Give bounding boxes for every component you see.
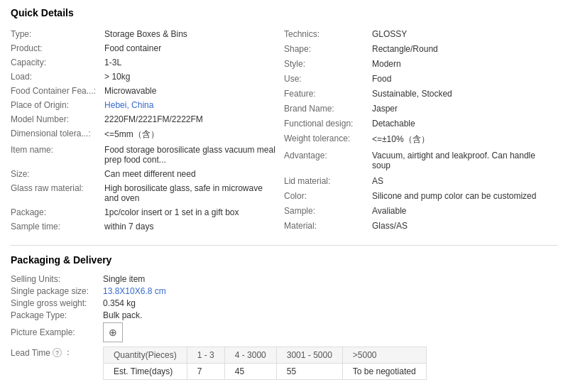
detail-value: 1pc/color insert or 1 set in a gift box xyxy=(102,205,284,219)
detail-value: > 10kg xyxy=(102,70,284,84)
detail-label: Style: xyxy=(284,57,369,72)
table-row: Brand Name: Jasper xyxy=(284,102,557,116)
detail-label: Brand Name: xyxy=(284,102,369,116)
detail-label: Product: xyxy=(11,41,102,55)
table-row: 45 xyxy=(224,364,276,380)
detail-label: Material: xyxy=(284,219,369,234)
detail-value: 1-3L xyxy=(102,55,284,70)
lead-time-help-icon[interactable]: ? xyxy=(53,348,62,357)
quick-details-section: Quick Details Type: Storage Boxes & Bins… xyxy=(11,7,557,234)
detail-label: Feature: xyxy=(284,87,369,102)
table-header: >5000 xyxy=(342,347,426,364)
pkg-value: Single item xyxy=(103,274,145,284)
detail-label: Use: xyxy=(284,72,369,87)
detail-label: Type: xyxy=(11,27,102,41)
lead-time-label: Lead Time ?： xyxy=(11,347,103,359)
lead-time-table: Quantity(Pieces)1 - 34 - 30003001 - 5000… xyxy=(103,347,427,380)
table-row: Technics: GLOSSY xyxy=(284,27,557,42)
lead-time-table-wrapper: Quantity(Pieces)1 - 34 - 30003001 - 5000… xyxy=(103,347,427,380)
table-row: Feature: Sustainable, Stocked xyxy=(284,87,557,102)
detail-value: Glass/AS xyxy=(369,219,557,234)
detail-value: AS xyxy=(369,174,557,189)
table-header: 3001 - 5000 xyxy=(276,347,342,364)
pkg-label: Selling Units: xyxy=(11,274,103,284)
table-header: 4 - 3000 xyxy=(224,347,276,364)
table-row: Material: Glass/AS xyxy=(284,219,557,234)
table-row: Sample time: within 7 days xyxy=(11,219,284,234)
table-row: Use: Food xyxy=(284,72,557,87)
table-header: 1 - 3 xyxy=(187,347,224,364)
detail-value: 2220FM/2221FM/2222FM xyxy=(102,112,284,126)
picture-example-label: Picture Example: xyxy=(11,327,103,337)
table-row: Place of Origin: Hebei, China xyxy=(11,98,284,112)
list-item: Package Type: Bulk pack. xyxy=(11,310,557,320)
section-divider xyxy=(11,245,557,246)
pkg-value: Bulk pack. xyxy=(103,310,142,320)
table-row: Type: Storage Boxes & Bins xyxy=(11,27,284,41)
details-right-col: Technics: GLOSSY Shape: Rectangle/Round … xyxy=(284,27,557,234)
table-row: Shape: Rectangle/Round xyxy=(284,42,557,57)
detail-value: Hebei, China xyxy=(102,98,284,112)
table-row: Product: Food container xyxy=(11,41,284,55)
detail-value: Silicone and pump color can be customize… xyxy=(369,189,557,204)
table-row: Advantage: Vacuum, airtight and leakproo… xyxy=(284,148,557,174)
table-row: Style: Modern xyxy=(284,57,557,72)
detail-label: Glass raw material: xyxy=(11,181,102,205)
detail-label: Shape: xyxy=(284,42,369,57)
pkg-label: Single package size: xyxy=(11,286,103,296)
detail-value: within 7 days xyxy=(102,219,284,234)
detail-label: Place of Origin: xyxy=(11,98,102,112)
detail-label: Lid material: xyxy=(284,174,369,189)
packaging-section: Packaging & Delivery Selling Units: Sing… xyxy=(11,254,557,380)
table-row: Est. Time(days) xyxy=(104,364,187,380)
detail-label: Capacity: xyxy=(11,55,102,70)
detail-label: Sample time: xyxy=(11,219,102,234)
detail-value: Storage Boxes & Bins xyxy=(102,27,284,41)
table-row: Dimensional tolera...: <=5mm（含） xyxy=(11,126,284,143)
table-row: Lid material: AS xyxy=(284,174,557,189)
pkg-label: Package Type: xyxy=(11,310,103,320)
list-item: Single package size: 13.8X10X6.8 cm xyxy=(11,286,557,296)
detail-value: Food container xyxy=(102,41,284,55)
detail-label: Dimensional tolera...: xyxy=(11,126,102,143)
detail-label: Color: xyxy=(284,189,369,204)
table-row: 7 xyxy=(187,364,224,380)
detail-label: Food Container Fea...: xyxy=(11,84,102,98)
table-header: Quantity(Pieces) xyxy=(104,347,187,364)
list-item: Single gross weight: 0.354 kg xyxy=(11,298,557,308)
detail-label: Size: xyxy=(11,167,102,181)
pkg-value: 0.354 kg xyxy=(103,298,136,308)
table-row: Model Number: 2220FM/2221FM/2222FM xyxy=(11,112,284,126)
detail-value: Can meet different need xyxy=(102,167,284,181)
detail-label: Technics: xyxy=(284,27,369,42)
detail-value: High borosilicate glass, safe in microwa… xyxy=(102,181,284,205)
packaging-title: Packaging & Delivery xyxy=(11,254,557,268)
table-row: To be negotiated xyxy=(342,364,426,380)
table-row: Load: > 10kg xyxy=(11,70,284,84)
details-left-col: Type: Storage Boxes & Bins Product: Food… xyxy=(11,27,284,234)
detail-value: <=5mm（含） xyxy=(102,126,284,143)
detail-value: <=±10%（含） xyxy=(369,131,557,148)
picture-example-row: Picture Example: ⊕ xyxy=(11,322,557,342)
table-row: Functional design: Detachable xyxy=(284,116,557,131)
table-row: 55 xyxy=(276,364,342,380)
detail-value: GLOSSY xyxy=(369,27,557,42)
table-row: Sample: Avaliable xyxy=(284,204,557,219)
detail-label: Package: xyxy=(11,205,102,219)
detail-value: Food storage borosilicate glass vacuum m… xyxy=(102,143,284,167)
details-grid: Type: Storage Boxes & Bins Product: Food… xyxy=(11,27,557,234)
detail-label: Weight tolerance: xyxy=(284,131,369,148)
detail-value: Microwavable xyxy=(102,84,284,98)
table-row: Capacity: 1-3L xyxy=(11,55,284,70)
detail-value: Food xyxy=(369,72,557,87)
detail-value: Modern xyxy=(369,57,557,72)
table-row: Size: Can meet different need xyxy=(11,167,284,181)
detail-label: Functional design: xyxy=(284,116,369,131)
detail-value: Detachable xyxy=(369,116,557,131)
detail-value: Rectangle/Round xyxy=(369,42,557,57)
zoom-icon[interactable]: ⊕ xyxy=(103,322,123,342)
table-row: Weight tolerance: <=±10%（含） xyxy=(284,131,557,148)
detail-value: Jasper xyxy=(369,102,557,116)
detail-label: Model Number: xyxy=(11,112,102,126)
lead-time-row: Lead Time ?： Quantity(Pieces)1 - 34 - 30… xyxy=(11,347,557,380)
